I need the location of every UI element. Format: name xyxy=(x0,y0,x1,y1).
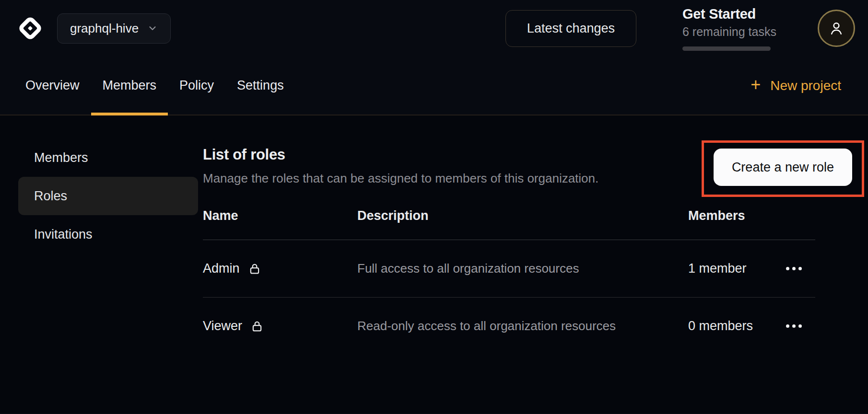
tab-settings[interactable]: Settings xyxy=(225,57,295,115)
table-header-row: Name Description Members xyxy=(203,208,815,240)
sidebar: Members Roles Invitations xyxy=(18,115,198,413)
get-started-title: Get Started xyxy=(682,6,774,22)
tab-overview[interactable]: Overview xyxy=(14,57,91,115)
role-member-count: 1 member xyxy=(688,242,784,295)
chevron-down-icon xyxy=(147,23,158,34)
new-project-button[interactable]: + New project xyxy=(751,57,841,115)
roles-panel: List of roles Manage the roles that can … xyxy=(203,115,868,413)
top-bar: graphql-hive Latest changes Get Started … xyxy=(0,0,868,57)
get-started-progressbar xyxy=(682,46,771,51)
role-name: Viewer xyxy=(203,319,242,334)
tab-policy[interactable]: Policy xyxy=(168,57,225,115)
ellipsis-menu-icon xyxy=(786,267,789,270)
ellipsis-menu-icon xyxy=(786,324,789,328)
hive-logo[interactable] xyxy=(17,15,44,42)
plus-icon: + xyxy=(751,76,761,93)
role-description: Read-only access to all organization res… xyxy=(357,298,626,355)
sidebar-item-invitations[interactable]: Invitations xyxy=(18,215,198,253)
org-tabbar: Overview Members Policy Settings + New p… xyxy=(0,57,868,115)
org-selector[interactable]: graphql-hive xyxy=(57,13,171,44)
get-started-widget[interactable]: Get Started 6 remaining tasks xyxy=(682,6,774,51)
annotation-highlight-box: Create a new role xyxy=(702,140,864,197)
role-member-count: 0 members xyxy=(688,299,784,353)
lock-icon xyxy=(250,319,264,334)
table-row-viewer: Viewer Read-only access to all organizat… xyxy=(203,298,815,355)
page-title: List of roles xyxy=(203,146,598,163)
sidebar-item-roles[interactable]: Roles xyxy=(18,177,198,215)
new-project-label: New project xyxy=(770,78,841,93)
hive-logo-icon xyxy=(17,15,44,42)
roles-table: Name Description Members Admin Full acce… xyxy=(203,208,815,355)
tab-members[interactable]: Members xyxy=(91,57,168,115)
latest-changes-button[interactable]: Latest changes xyxy=(505,10,636,47)
content-area: Members Roles Invitations List of roles … xyxy=(0,115,868,413)
tab-list: Overview Members Policy Settings xyxy=(14,57,295,115)
sidebar-item-members[interactable]: Members xyxy=(18,138,198,177)
column-header-members: Members xyxy=(688,208,784,223)
row-menu-button[interactable] xyxy=(784,262,804,275)
avatar[interactable] xyxy=(818,10,855,47)
org-name: graphql-hive xyxy=(70,21,139,36)
row-menu-button[interactable] xyxy=(784,320,804,333)
role-name: Admin xyxy=(203,261,240,276)
column-header-name: Name xyxy=(203,208,357,223)
page-subtitle: Manage the roles that can be assigned to… xyxy=(203,171,598,186)
role-description: Full access to all organization resource… xyxy=(357,240,626,297)
lock-icon xyxy=(247,262,262,276)
get-started-subtitle: 6 remaining tasks xyxy=(682,25,774,39)
user-icon xyxy=(827,19,845,37)
table-row-admin: Admin Full access to all organization re… xyxy=(203,240,815,298)
create-new-role-button[interactable]: Create a new role xyxy=(714,149,852,186)
column-header-description: Description xyxy=(357,208,688,223)
